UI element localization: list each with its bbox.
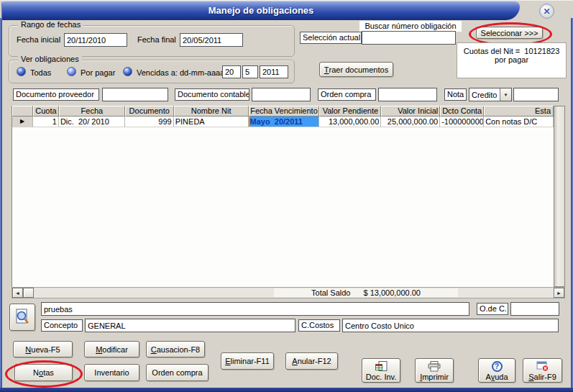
group-rango-legend: Rango de fechas [18,20,83,29]
grid-col-documento: Documento [125,106,174,117]
orden-compra-label: Orden compra [318,88,376,101]
cell-valor-inicial[interactable]: 25,000,000.00 [381,117,440,127]
printer-icon [427,361,441,372]
cuotas-line1: Cuotas del Nit = 10121823 [457,47,566,55]
seleccionar-button[interactable]: Seleccionar >>> [476,27,543,39]
close-button[interactable]: ✕ [539,4,554,19]
grid-vertical-scrollbar[interactable] [554,106,565,287]
observaciones-input[interactable] [41,302,469,316]
seleccion-actual-input[interactable] [362,31,456,45]
inventario-button[interactable]: Inventario [84,364,139,381]
table-row[interactable]: ▶ 1 Dic. 20/ 2010 999 PINEDA Mayo 20/201… [12,117,554,127]
cell-nombre-nit[interactable]: PINEDA [174,117,249,127]
total-saldo-band: Total Saldo $ 13,000,000.00 [274,288,458,297]
group-ver-obligaciones: Ver obligaciones Todas Por pagar Vencida… [9,60,295,83]
grid-col-nombre-nit: Nombre Nit [174,106,249,117]
total-saldo-label: Total Saldo [311,288,350,297]
nota-dropdown[interactable]: Credito ▼ [469,88,512,101]
chevron-down-icon[interactable]: ▼ [500,88,511,101]
orden-compra-input[interactable] [378,88,437,101]
causacion-button[interactable]: Causacion-F8 [146,341,205,357]
vencidas-mes-input[interactable] [242,65,258,78]
ccostos-input[interactable] [342,319,559,332]
ccostos-label: C.Costos [298,319,340,332]
grid-header-row: Cuota Fecha Documento Nombre Nit Fecha V… [12,106,554,117]
group-ver-legend: Ver obligaciones [18,55,82,63]
title-bar[interactable]: Manejo de obligaciones [1,1,520,20]
grid-col-fecha-vencimiento: Fecha Vencimiento [249,106,320,117]
vencidas-dia-input[interactable] [222,65,241,78]
imprimir-button[interactable]: Imprimir [415,358,454,383]
group-rango-de-fechas: Rango de fechas Fecha inicial Fecha fina… [9,25,295,57]
cell-fecha-vencimiento-selected[interactable]: Mayo 20/2011 [249,117,320,127]
grid-col-valor-pendiente: Valor Pendiente [319,106,381,117]
inventory-document-icon [375,361,388,372]
radio-por-pagar[interactable] [67,67,76,76]
nota-extra-input[interactable] [513,88,559,101]
radio-todas-label: Todas [30,68,51,77]
salir-button[interactable]: Salir-F9 [523,358,562,383]
cell-cuota[interactable]: 1 [33,117,59,127]
radio-vencidas[interactable] [123,67,132,76]
fecha-final-label: Fecha final [137,35,176,44]
modificar-button[interactable]: Modificar [84,341,139,357]
obligaciones-grid: Cuota Fecha Documento Nombre Nit Fecha V… [12,106,554,287]
traer-documentos-button[interactable]: Traer documentos [319,62,393,77]
documento-contable-label: Documento contable [175,88,249,101]
close-icon: ✕ [543,6,550,17]
fecha-inicial-input[interactable] [64,33,127,47]
buscar-numero-obligacion-label: Buscar número obligación [359,21,462,32]
notas-button[interactable]: Notas [14,364,73,381]
window-title: Manejo de obligaciones [2,5,520,16]
scroll-left-icon[interactable]: ◄ [12,288,23,298]
help-icon: ? [492,361,503,372]
grid-col-valor-inicial: Valor Inicial [381,106,440,117]
documento-contable-input[interactable] [252,88,311,101]
documento-proveedor-label: Documento proveedor [13,88,99,101]
total-saldo-value: $ 13,000,000.00 [363,288,421,297]
grid-horizontal-scrollbar[interactable]: ◄ Total Saldo $ 13,000,000.00 ► [12,287,565,298]
ayuda-button[interactable]: ? Ayuda [478,358,515,383]
cuotas-info-box: Cuotas del Nit = 10121823 por pagar [457,42,567,78]
cuotas-line2: por pagar [457,55,566,64]
concepto-input[interactable] [85,319,295,332]
grid-col-cuota: Cuota [33,106,59,117]
eliminar-button[interactable]: Eliminar-F11 [221,352,274,370]
documento-proveedor-input[interactable] [102,88,168,101]
row-marker-icon: ▶ [12,117,33,127]
nota-dropdown-value: Credito [469,91,500,99]
nota-label: Nota [444,88,467,101]
seleccion-actual-label: Selección actual [300,32,362,44]
cell-documento[interactable]: 999 [125,117,174,127]
radio-por-pagar-label: Por pagar [81,68,115,77]
cell-dcto-conta[interactable]: -100000000 [440,117,484,127]
grid-col-estado: Esta [484,106,554,117]
window-border-left [0,18,2,392]
scrollbar-thumb[interactable] [23,288,34,298]
odec-input[interactable] [510,302,559,316]
orden-compra-button[interactable]: Orden compra [146,364,208,381]
vencidas-anio-input[interactable] [260,65,288,78]
anular-button[interactable]: Anular-F12 [285,352,338,370]
fecha-final-input[interactable] [180,33,243,47]
radio-vencidas-label: Vencidas a: dd-mm-aaaa [137,68,224,77]
scroll-right-icon[interactable]: ► [554,288,564,298]
exit-window-icon [536,361,549,372]
doc-inv-button[interactable]: Doc. Inv. [362,358,400,383]
grid-col-fecha: Fecha [59,106,125,117]
nueva-button[interactable]: Nueva-F5 [13,341,73,357]
grid-col-dcto-conta: Dcto Conta [440,106,484,117]
concepto-label: Concepto [41,319,83,332]
radio-todas[interactable] [17,67,26,76]
fecha-inicial-label: Fecha inicial [17,35,60,44]
odec-label: O.de C. [477,303,508,315]
window-border-bottom [0,388,573,392]
document-magnifier-icon [14,309,30,326]
cell-valor-pendiente[interactable]: 13,000,000.00 [319,117,381,127]
preview-document-button[interactable] [9,304,35,331]
dialog-manejo-de-obligaciones: Manejo de obligaciones ✕ Rango de fechas… [0,0,573,392]
cell-fecha[interactable]: Dic. 20/ 2010 [59,117,125,127]
cell-estado[interactable]: Con notas D/C [484,117,554,127]
grid-col-marker [12,106,33,117]
